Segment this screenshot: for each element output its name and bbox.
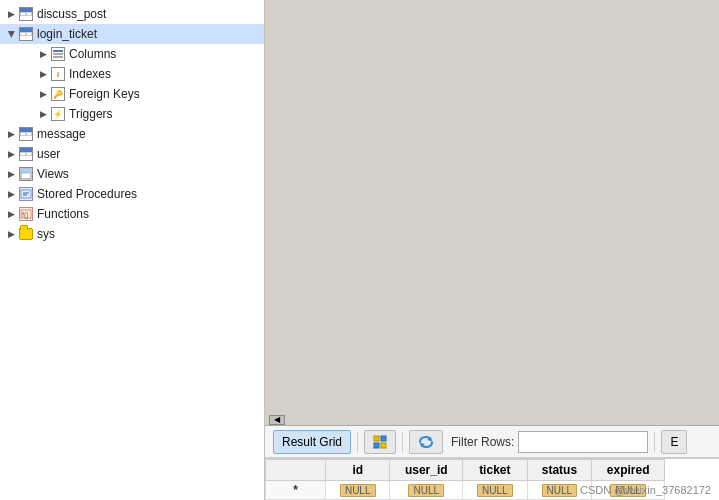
col-header-user-id: user_id [390,460,463,481]
fk-icon: 🔑 [50,86,66,102]
label-discuss-post: discuss_post [37,8,106,20]
main-layout: discuss_post login_ticket [0,0,719,500]
label-message: message [37,128,86,140]
row-marker-cell: * [266,481,326,500]
schema-icon-sys [18,226,34,242]
svg-rect-8 [374,436,379,441]
fn-icon: f() [18,206,34,222]
col-header-ticket: ticket [463,460,527,481]
expand-views[interactable] [4,167,18,181]
svg-rect-11 [381,443,386,448]
label-triggers: Triggers [69,108,113,120]
expand-columns[interactable] [36,47,50,61]
cell-id[interactable]: NULL [326,481,390,500]
refresh-icon [418,435,434,449]
expand-sys[interactable] [4,227,18,241]
expand-foreign-keys[interactable] [36,87,50,101]
refresh-button[interactable] [409,430,443,454]
cell-ticket[interactable]: NULL [463,481,527,500]
tree-item-message[interactable]: message [0,124,264,144]
toolbar-divider-3 [654,432,655,452]
tree-item-user[interactable]: user [0,144,264,164]
expand-login-ticket[interactable] [4,27,18,41]
expand-user[interactable] [4,147,18,161]
label-indexes: Indexes [69,68,111,80]
result-header-row: id user_id ticket status expired [266,460,665,481]
toolbar-divider-2 [402,432,403,452]
label-user: user [37,148,60,160]
tree-item-discuss-post[interactable]: discuss_post [0,4,264,24]
tree-item-foreign-keys[interactable]: 🔑 Foreign Keys [0,84,264,104]
grid-format-button[interactable] [364,430,396,454]
label-stored-procedures: Stored Procedures [37,188,137,200]
tree-item-stored-procedures[interactable]: Stored Procedures [0,184,264,204]
col-header-status: status [527,460,592,481]
null-badge-status: NULL [542,484,578,497]
result-grid-button[interactable]: Result Grid [273,430,351,454]
label-login-ticket: login_ticket [37,28,97,40]
right-panel: ◀ Result Grid [265,0,719,500]
toolbar-divider-1 [357,432,358,452]
expand-functions[interactable] [4,207,18,221]
table-icon-message [18,126,34,142]
result-grid-label: Result Grid [282,435,342,449]
null-badge-user-id: NULL [408,484,444,497]
filter-rows-input[interactable] [518,431,648,453]
expand-message[interactable] [4,127,18,141]
expand-triggers[interactable] [36,107,50,121]
null-badge-ticket: NULL [477,484,513,497]
views-icon [18,166,34,182]
tree-item-indexes[interactable]: i Indexes [0,64,264,84]
table-icon-login-ticket [18,26,34,42]
svg-rect-9 [381,436,386,441]
bottom-wrapper: ◀ Result Grid [265,414,719,500]
result-toolbar: Result Grid [265,426,719,458]
extra-btn-label: E [670,435,678,449]
label-sys: sys [37,228,55,240]
table-icon-discuss-post [18,6,34,22]
right-top-area [265,0,719,414]
extra-toolbar-button[interactable]: E [661,430,687,454]
tree-item-triggers[interactable]: ⚡ Triggers [0,104,264,124]
tree-item-functions[interactable]: f() Functions [0,204,264,224]
scroll-bar-area[interactable]: ◀ [265,414,719,426]
svg-rect-10 [374,443,379,448]
label-columns: Columns [69,48,116,60]
table-icon-user [18,146,34,162]
scroll-left-button[interactable]: ◀ [269,415,285,425]
label-views: Views [37,168,69,180]
expand-stored-procedures[interactable] [4,187,18,201]
cell-user-id[interactable]: NULL [390,481,463,500]
label-functions: Functions [37,208,89,220]
svg-rect-3 [21,190,31,198]
svg-text:f(): f() [22,211,29,219]
tree-item-columns[interactable]: Columns [0,44,264,64]
svg-rect-1 [21,169,31,173]
watermark: CSDN @weixin_37682172 [580,484,711,496]
expand-discuss-post[interactable] [4,7,18,21]
columns-icon [50,46,66,62]
col-header-expired: expired [592,460,665,481]
trigger-icon: ⚡ [50,106,66,122]
null-badge-id: NULL [340,484,376,497]
tree-item-login-ticket[interactable]: login_ticket [0,24,264,44]
sp-icon [18,186,34,202]
filter-rows-label: Filter Rows: [451,435,514,449]
col-header-id: id [326,460,390,481]
tree-panel: discuss_post login_ticket [0,0,265,500]
expand-indexes[interactable] [36,67,50,81]
row-marker-header [266,460,326,481]
tree-item-sys[interactable]: sys [0,224,264,244]
index-icon: i [50,66,66,82]
label-foreign-keys: Foreign Keys [69,88,140,100]
grid-format-icon [373,435,387,449]
tree-item-views[interactable]: Views [0,164,264,184]
